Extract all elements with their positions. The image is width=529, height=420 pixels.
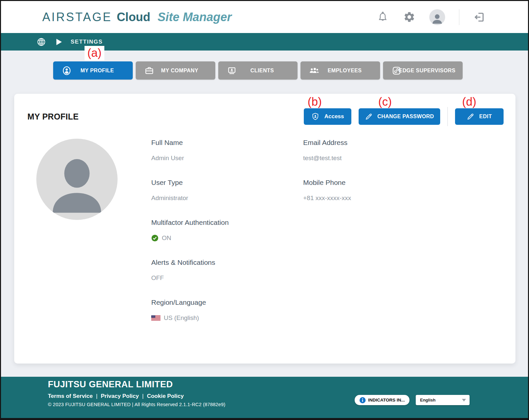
tab-my-profile[interactable]: MY PROFILE [53, 61, 133, 80]
footer-link-separator: | [142, 393, 144, 400]
people-group-icon [309, 66, 319, 76]
logo-product: Cloud [117, 10, 150, 24]
app-header: AIRSTAGE Cloud Site Manager [1, 1, 528, 33]
language-select[interactable]: English [416, 395, 470, 405]
field-value: US (English) [164, 314, 199, 322]
privacy-policy-link[interactable]: Privacy Policy [101, 393, 139, 400]
field-value: test@test.test [303, 155, 504, 162]
check-circle-icon [151, 234, 159, 242]
field-value: Administrator [151, 194, 303, 202]
field-user-type: User Type Administrator [151, 179, 303, 202]
terms-of-service-link[interactable]: Terms of Service [48, 393, 93, 400]
person-circle-icon [62, 66, 72, 76]
annotation-d: (d) [459, 95, 479, 109]
field-label: Region/Language [151, 298, 303, 306]
field-label: Full Name [151, 139, 303, 147]
footer-link-separator: | [96, 393, 97, 400]
field-label: Multifactor Authentication [151, 219, 303, 227]
pencil-icon [365, 113, 373, 121]
footer-company-name: FUJITSU GENERAL LIMITED [48, 379, 528, 390]
card-header: MY PROFILE Access [27, 108, 504, 125]
field-label: Email Address [303, 139, 504, 147]
field-value: ON [162, 234, 171, 242]
annotation-b: (b) [305, 95, 325, 109]
tab-edge-supervisors[interactable]: EDGE SUPERVISORS [383, 61, 463, 80]
annotation-a: (a) [85, 46, 104, 60]
field-value: +81 xxx-xxxx-xxx [303, 194, 504, 202]
field-value: Admin User [151, 155, 303, 162]
breadcrumb-arrow-icon [55, 36, 63, 48]
profile-avatar-wrap [27, 139, 151, 338]
shield-person-icon [311, 112, 320, 121]
bell-icon[interactable] [376, 11, 389, 23]
cookie-policy-link[interactable]: Cookie Policy [147, 393, 184, 400]
field-label: User Type [151, 179, 303, 187]
chevron-down-icon [458, 399, 470, 402]
access-button[interactable]: Access [304, 108, 351, 125]
edit-button-label: EDIT [479, 114, 492, 120]
logo-brand: AIRSTAGE [42, 10, 112, 24]
change-password-button-label: CHANGE PASSWORD [377, 114, 434, 120]
field-label: Mobile Phone [303, 179, 504, 187]
profile-fields-right: Email Address test@test.test Mobile Phon… [303, 139, 504, 338]
us-flag-icon [151, 315, 160, 321]
tab-clients[interactable]: CLIENTS [218, 61, 298, 80]
field-region-language: Region/Language [151, 298, 303, 322]
language-selected-value: English [416, 398, 458, 402]
profile-fields-left: Full Name Admin User User Type Administr… [151, 139, 303, 338]
link-square-icon [392, 66, 402, 76]
field-value: OFF [151, 274, 303, 282]
settings-tab-bar: MY PROFILE MY COMPANY CLIEN [53, 61, 463, 80]
edit-button[interactable]: EDIT [455, 108, 504, 125]
user-avatar[interactable] [429, 9, 445, 25]
annotation-c: (c) [375, 95, 395, 109]
access-button-label: Access [324, 113, 344, 120]
header-icon-group [376, 9, 486, 25]
tab-my-company[interactable]: MY COMPANY [136, 61, 215, 80]
field-mobile-phone: Mobile Phone +81 xxx-xxxx-xxx [303, 179, 504, 202]
field-full-name: Full Name Admin User [151, 139, 303, 162]
info-icon [359, 397, 366, 403]
gear-icon[interactable] [403, 11, 415, 23]
tab-employees[interactable]: EMPLOYEES [300, 61, 380, 80]
app-window: AIRSTAGE Cloud Site Manager [0, 0, 529, 420]
field-label: Alerts & Notifications [151, 259, 303, 266]
field-email-address: Email Address test@test.test [303, 139, 504, 162]
logo-tagline: Site Manager [158, 10, 231, 24]
card-actions: Access CHANGE PASSWORD [304, 107, 504, 126]
airstage-logo: AIRSTAGE Cloud Site Manager [42, 10, 231, 24]
breadcrumb-bar: SETTINGS [1, 33, 528, 51]
profile-body: Full Name Admin User User Type Administr… [27, 139, 504, 338]
breadcrumb: SETTINGS [71, 39, 103, 45]
page-title: MY PROFILE [27, 112, 79, 122]
app-footer: FUJITSU GENERAL LIMITED Terms of Service… [1, 377, 528, 418]
briefcase-icon [144, 66, 154, 76]
pencil-icon [467, 113, 475, 121]
change-password-button[interactable]: CHANGE PASSWORD [359, 108, 440, 125]
id-badge-icon [227, 66, 237, 76]
globe-icon[interactable] [35, 36, 48, 48]
field-multifactor-authentication: Multifactor Authentication ON [151, 219, 303, 242]
header-divider [459, 9, 459, 25]
profile-avatar [36, 139, 118, 220]
logout-icon[interactable] [473, 11, 486, 23]
field-alerts-notifications: Alerts & Notifications OFF [151, 259, 303, 282]
button-group-divider [447, 107, 448, 126]
my-profile-card: MY PROFILE Access [14, 94, 515, 364]
indicators-button-label: INDICATORS IN... [368, 398, 405, 402]
indicators-info-button[interactable]: INDICATORS IN... [355, 395, 409, 405]
